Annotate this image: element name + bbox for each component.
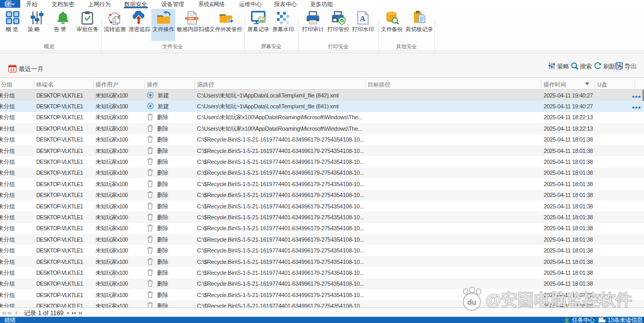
svg-text:23: 23 [10,67,15,72]
svg-text:du: du [467,298,476,306]
svg-text:A: A [359,14,366,23]
svg-text:@安固电脑监控软件: @安固电脑监控软件 [485,290,632,309]
